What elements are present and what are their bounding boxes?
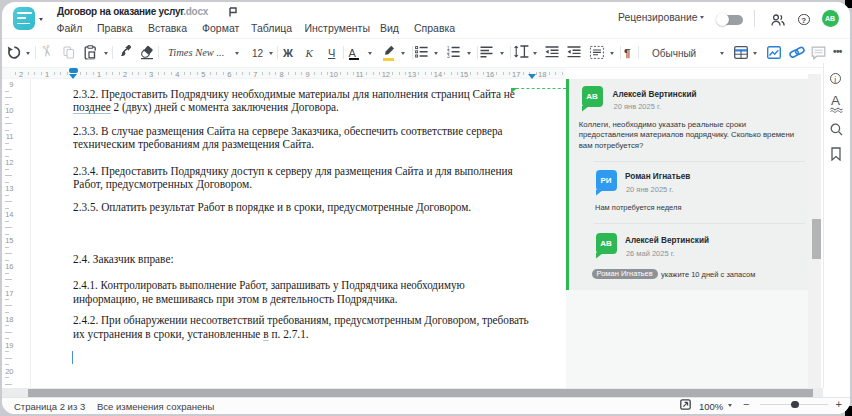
svg-text:3: 3 (447, 54, 450, 58)
